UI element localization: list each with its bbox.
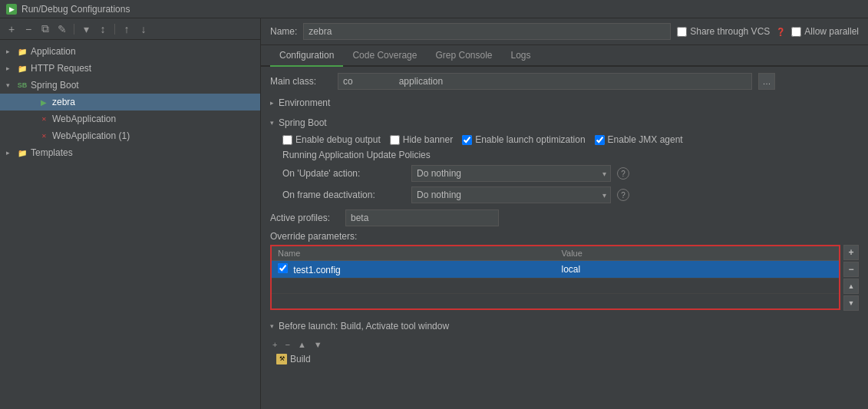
sidebar-item-http-request[interactable]: ▸ 📁 HTTP Request xyxy=(0,60,260,77)
row-checkbox[interactable] xyxy=(278,263,288,273)
sidebar-item-label: Spring Boot xyxy=(31,80,79,91)
before-add-button[interactable]: + xyxy=(270,339,279,350)
expand-arrow-http: ▸ xyxy=(6,64,14,72)
left-toolbar: + − ⧉ ✎ ▾ ↕ ↑ ↓ xyxy=(0,18,260,40)
param-name: test1.config xyxy=(293,265,340,275)
sidebar-item-spring-boot[interactable]: ▾ SB Spring Boot xyxy=(0,77,260,94)
sidebar-item-templates[interactable]: ▸ 📁 Templates xyxy=(0,144,260,161)
tab-logs[interactable]: Logs xyxy=(502,45,540,67)
update-action-select-wrap: Do nothing Update classes and resources … xyxy=(411,165,611,182)
table-row-empty-1 xyxy=(271,279,840,294)
name-input[interactable] xyxy=(303,23,671,40)
sidebar-item-webapp[interactable]: ✕ WebApplication xyxy=(0,110,260,127)
toolbar-separator xyxy=(74,24,74,35)
sidebar-item-application[interactable]: ▸ 📁 Application xyxy=(0,43,260,60)
add-param-button[interactable]: + xyxy=(843,245,859,260)
title-text: Run/Debug Configurations xyxy=(21,4,130,15)
environment-section-header[interactable]: ▸ Environment xyxy=(270,94,859,111)
sort-button[interactable]: ↕ xyxy=(96,22,110,36)
sidebar-item-label: HTTP Request xyxy=(31,63,91,74)
main-class-input[interactable] xyxy=(338,73,752,90)
share-row: Share through VCS ❓ Allow parallel xyxy=(677,26,859,37)
jmx-checkbox[interactable] xyxy=(595,135,605,145)
help-icon-share: ❓ xyxy=(776,28,785,36)
launch-opt-checkbox[interactable] xyxy=(462,135,472,145)
environment-label: Environment xyxy=(279,97,330,108)
update-action-help-icon[interactable]: ? xyxy=(617,167,629,180)
table-cell-name: test1.config xyxy=(271,261,556,279)
spring-boot-section-header[interactable]: ▾ Spring Boot xyxy=(270,114,859,131)
build-item: ⚒ Build xyxy=(270,351,859,367)
sidebar-item-webapp1[interactable]: ✕ WebApplication (1) xyxy=(0,127,260,144)
hide-banner-text: Hide banner xyxy=(403,134,453,145)
edit-config-button[interactable]: ✎ xyxy=(55,22,69,36)
remove-config-button[interactable]: − xyxy=(21,22,35,36)
override-table-section: Name Value test1.config local xyxy=(270,245,859,315)
update-action-label: On 'Update' action: xyxy=(282,168,405,179)
frame-deactivation-select-wrap: Do nothing Update classes and resources xyxy=(411,186,611,203)
hide-banner-label[interactable]: Hide banner xyxy=(390,134,453,145)
update-action-select[interactable]: Do nothing Update classes and resources … xyxy=(411,165,611,182)
build-icon: ⚒ xyxy=(276,354,287,364)
allow-parallel-checkbox[interactable] xyxy=(791,27,801,37)
frame-deactivation-select[interactable]: Do nothing Update classes and resources xyxy=(411,186,611,203)
tab-code-coverage[interactable]: Code Coverage xyxy=(343,45,426,67)
override-table-container: Name Value test1.config local xyxy=(270,245,840,315)
move-down-button[interactable]: ↓ xyxy=(137,22,150,36)
folder-icon: 📁 xyxy=(17,46,28,57)
hide-banner-checkbox[interactable] xyxy=(390,135,400,145)
spring-boot-content: Enable debug output Hide banner Enable l… xyxy=(270,134,859,203)
before-remove-button[interactable]: − xyxy=(282,339,292,350)
title-bar: ▶ Run/Debug Configurations xyxy=(0,0,868,18)
running-policies-title: Running Application Update Policies xyxy=(282,150,859,160)
toolbar-separator-2 xyxy=(114,24,115,35)
frame-deactivation-row: On frame deactivation: Do nothing Update… xyxy=(282,186,859,203)
config-content: Main class: … ▸ Environment ▾ Spring Boo… xyxy=(261,67,868,409)
allow-parallel-label[interactable]: Allow parallel xyxy=(791,26,859,37)
share-vcs-text: Share through VCS xyxy=(690,26,770,37)
remove-param-button[interactable]: − xyxy=(843,262,859,277)
tab-grep-console[interactable]: Grep Console xyxy=(426,45,501,67)
add-config-button[interactable]: + xyxy=(5,22,18,36)
spring-boot-arrow: ▾ xyxy=(270,119,274,127)
active-profiles-row: Active profiles: xyxy=(270,209,859,226)
tab-configuration[interactable]: Configuration xyxy=(270,45,343,67)
before-move-up-button[interactable]: ▲ xyxy=(295,339,309,350)
expand-arrow-templates: ▸ xyxy=(6,149,14,157)
copy-config-button[interactable]: ⧉ xyxy=(38,22,52,36)
share-vcs-checkbox[interactable] xyxy=(677,27,687,37)
tabs-bar: Configuration Code Coverage Grep Console… xyxy=(261,45,868,67)
config-tree: ▸ 📁 Application ▸ 📁 HTTP Request ▾ SB Sp… xyxy=(0,40,260,409)
share-vcs-label[interactable]: Share through VCS xyxy=(677,26,770,37)
update-action-row: On 'Update' action: Do nothing Update cl… xyxy=(282,165,859,182)
scroll-down-button[interactable]: ▼ xyxy=(843,295,859,311)
sidebar-item-label: Templates xyxy=(31,147,73,158)
main-layout: + − ⧉ ✎ ▾ ↕ ↑ ↓ ▸ 📁 Application ▸ 📁 HTTP… xyxy=(0,18,868,409)
move-up-button[interactable]: ↑ xyxy=(120,22,134,36)
active-profiles-label: Active profiles: xyxy=(270,213,339,223)
error-icon-webapp: ✕ xyxy=(38,114,49,124)
error-icon-webapp1: ✕ xyxy=(38,130,49,141)
debug-output-label[interactable]: Enable debug output xyxy=(282,134,381,145)
debug-output-checkbox[interactable] xyxy=(282,135,292,145)
jmx-label[interactable]: Enable JMX agent xyxy=(595,134,683,145)
debug-output-text: Enable debug output xyxy=(295,134,381,145)
name-row: Name: Share through VCS ❓ Allow parallel xyxy=(261,18,868,45)
launch-opt-text: Enable launch optimization xyxy=(475,134,585,145)
table-row[interactable]: test1.config local xyxy=(271,261,840,279)
spring-boot-checkboxes: Enable debug output Hide banner Enable l… xyxy=(282,134,859,145)
launch-opt-label[interactable]: Enable launch optimization xyxy=(462,134,585,145)
main-class-browse-button[interactable]: … xyxy=(758,73,775,90)
table-side-buttons: + − ▲ ▼ xyxy=(843,245,859,311)
expand-button[interactable]: ▾ xyxy=(79,22,93,36)
sidebar-item-zebra[interactable]: ▶ zebra xyxy=(0,94,260,110)
frame-deactivation-help-icon[interactable]: ? xyxy=(617,189,629,201)
scroll-up-button[interactable]: ▲ xyxy=(843,279,859,294)
before-move-down-button[interactable]: ▼ xyxy=(312,339,325,350)
active-profiles-input[interactable] xyxy=(345,209,499,226)
run-icon-zebra: ▶ xyxy=(38,97,49,107)
before-launch-header[interactable]: ▾ Before launch: Build, Activate tool wi… xyxy=(270,318,859,335)
main-class-row: Main class: … xyxy=(270,73,859,90)
sidebar-item-label: Application xyxy=(31,46,76,57)
before-launch-title: Before launch: Build, Activate tool wind… xyxy=(279,321,449,331)
